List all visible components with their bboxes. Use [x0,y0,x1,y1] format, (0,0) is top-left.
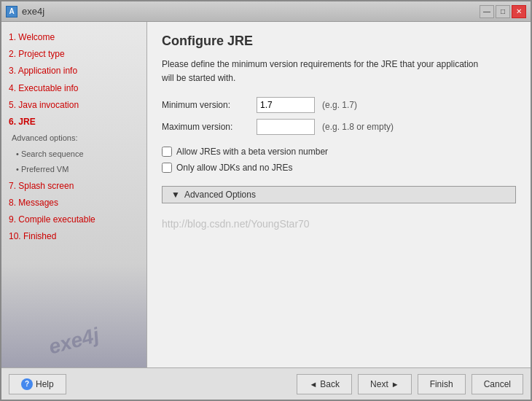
app-icon: A [6,6,17,17]
jdk-only-label: Only allow JDKs and no JREs [176,163,292,173]
max-version-label: Maximum version: [162,122,257,132]
close-button[interactable]: ✕ [512,5,526,18]
sidebar-item-search-sequence[interactable]: • Search sequence [1,147,146,163]
sidebar-item-java-invocation[interactable]: 5. Java invocation [1,97,146,114]
next-button[interactable]: Next ► [358,374,412,394]
sidebar: 1. Welcome 2. Project type 3. Applicatio… [1,22,147,367]
sidebar-item-welcome[interactable]: 1. Welcome [1,29,146,46]
sidebar-advanced-options-header: Advanced options: [1,131,146,147]
description: Please define the minimum version requir… [162,58,516,85]
minimize-button[interactable]: — [480,5,494,18]
advanced-options-button[interactable]: ▼ Advanced Options [162,186,516,203]
titlebar-left: A exe4j [6,6,44,17]
back-label: Back [320,379,340,389]
finish-button[interactable]: Finish [418,374,466,394]
min-version-input[interactable] [257,97,315,113]
content-area: Configure JRE Please define the minimum … [147,22,531,367]
help-button[interactable]: ? Help [9,374,66,394]
back-arrow-icon: ◄ [309,380,317,389]
min-version-label: Minimum version: [162,100,257,110]
beta-version-checkbox[interactable] [162,147,172,157]
advanced-options-label: Advanced Options [184,190,256,200]
maximize-button[interactable]: □ [496,5,510,18]
next-label: Next [370,379,388,389]
page-title: Configure JRE [162,34,516,49]
watermark-url: http://blog.csdn.net/YoungStar70 [162,218,516,230]
titlebar-buttons: — □ ✕ [480,5,526,18]
sidebar-item-splash-screen[interactable]: 7. Splash screen [1,178,146,195]
finish-label: Finish [430,379,453,389]
sidebar-watermark: exe4j [1,311,147,367]
max-version-hint: (e.g. 1.8 or empty) [322,122,394,132]
jdk-only-checkbox[interactable] [162,163,172,173]
main-content: 1. Welcome 2. Project type 3. Applicatio… [1,22,531,367]
cancel-button[interactable]: Cancel [472,374,523,394]
beta-version-row: Allow JREs with a beta version number [162,147,516,157]
main-window: A exe4j — □ ✕ 1. Welcome 2. Project type… [0,0,532,401]
titlebar: A exe4j — □ ✕ [1,1,531,22]
sidebar-item-executable-info[interactable]: 4. Executable info [1,80,146,97]
back-button[interactable]: ◄ Back [297,374,352,394]
cancel-label: Cancel [484,379,511,389]
window-title: exe4j [22,6,44,17]
beta-version-label: Allow JREs with a beta version number [176,147,328,157]
sidebar-item-finished[interactable]: 10. Finished [1,228,146,245]
sidebar-item-project-type[interactable]: 2. Project type [1,46,146,63]
max-version-input[interactable] [257,119,315,135]
next-arrow-icon: ► [391,380,399,389]
sidebar-item-jre[interactable]: 6. JRE [1,114,146,131]
help-label: Help [36,379,54,389]
max-version-row: Maximum version: (e.g. 1.8 or empty) [162,119,516,135]
min-version-row: Minimum version: (e.g. 1.7) [162,97,516,113]
jdk-only-row: Only allow JDKs and no JREs [162,163,516,173]
min-version-hint: (e.g. 1.7) [322,100,357,110]
help-icon: ? [21,378,33,390]
footer: ? Help ◄ Back Next ► Finish Cancel [1,367,531,400]
sidebar-item-preferred-vm[interactable]: • Preferred VM [1,162,146,178]
dropdown-arrow-icon: ▼ [171,190,180,200]
sidebar-item-application-info[interactable]: 3. Application info [1,63,146,79]
sidebar-item-compile-executable[interactable]: 9. Compile executable [1,211,146,228]
sidebar-item-messages[interactable]: 8. Messages [1,195,146,211]
